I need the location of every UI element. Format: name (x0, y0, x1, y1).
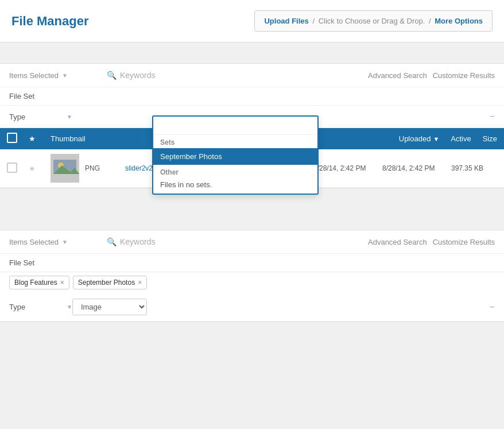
row-thumbnail (51, 154, 79, 183)
tag-sep-label: September Photos (78, 279, 135, 287)
type-label-1: Type (9, 113, 67, 121)
th-star: ★ (29, 134, 45, 143)
type-chevron-2[interactable]: ▼ (67, 304, 72, 310)
advanced-search-1[interactable]: Advanced Search (368, 71, 427, 80)
sep2: / (429, 17, 431, 25)
customize-results-1[interactable]: Customize Results (433, 71, 495, 80)
items-selected-label-2: Items Selected (9, 238, 59, 246)
tag-september-photos: September Photos × (73, 276, 147, 289)
fileset-row-2: File Set (0, 254, 504, 272)
th-active: Active (445, 134, 471, 143)
dropdown-item-september[interactable]: September Photos (153, 148, 317, 165)
fileset-row-1: File Set (0, 87, 504, 106)
tag-blog-remove[interactable]: × (60, 279, 64, 287)
filter-row-2: Items Selected ▼ 🔍 Keywords Advanced Sea… (0, 230, 504, 254)
keywords-label-1[interactable]: Keywords (120, 71, 155, 80)
page-title: File Manager (11, 14, 88, 29)
type-minus-1[interactable]: − (490, 111, 495, 122)
row-type: PNG (85, 164, 119, 172)
items-selected-1[interactable]: Items Selected ▼ (9, 71, 101, 80)
dropdown-other-label: Other (153, 165, 317, 178)
section-2: Items Selected ▼ 🔍 Keywords Advanced Sea… (0, 230, 504, 322)
search-icon-1: 🔍 (107, 71, 117, 80)
row-checkbox[interactable] (7, 163, 23, 175)
row-uploaded: 8/28/14, 2:42 PM (313, 164, 377, 172)
type-label-2: Type (9, 303, 67, 311)
type-row-2: Type ▼ Image PDF Video Audio Other − (0, 293, 504, 322)
items-selected-chevron-1: ▼ (62, 72, 68, 79)
tags-row: Blog Features × September Photos × (0, 272, 504, 293)
dropdown-sets-label: Sets (153, 135, 317, 148)
keywords-label-2[interactable]: Keywords (120, 237, 155, 246)
items-selected-label-1: Items Selected (9, 71, 59, 80)
items-selected-chevron-2: ▼ (62, 239, 68, 245)
th-checkbox[interactable] (7, 133, 23, 145)
sep1: / (312, 17, 315, 25)
customize-results-2[interactable]: Customize Results (433, 238, 495, 246)
tag-sep-remove[interactable]: × (138, 279, 142, 287)
search-wrap-2: 🔍 Keywords (107, 237, 362, 246)
row-star[interactable]: ★ (29, 164, 45, 173)
upload-files-link[interactable]: Upload Files (264, 17, 308, 25)
row-active: 8/28/14, 2:42 PM (382, 164, 445, 172)
tag-blog-features: Blog Features × (9, 276, 69, 289)
row-size: 397.35 KB (451, 164, 497, 172)
search-icon-2: 🔍 (107, 237, 117, 246)
search-wrap-1: 🔍 Keywords (107, 71, 362, 80)
type-select[interactable]: Image PDF Video Audio Other (72, 299, 147, 315)
type-minus-2[interactable]: − (490, 302, 495, 312)
more-options-link[interactable]: More Options (435, 17, 483, 25)
items-selected-2[interactable]: Items Selected ▼ (9, 238, 101, 246)
header: File Manager Upload Files / Click to Cho… (0, 0, 504, 42)
filter-row-1: Items Selected ▼ 🔍 Keywords Advanced Sea… (0, 64, 504, 87)
th-size: Size (477, 134, 497, 143)
fileset-dropdown[interactable]: Sets September Photos Other Files in no … (152, 115, 319, 195)
dropdown-search-input[interactable] (153, 117, 317, 135)
th-uploaded[interactable]: Uploaded ▼ (399, 134, 440, 143)
fileset-label-1: File Set (9, 92, 34, 101)
tag-blog-label: Blog Features (14, 279, 57, 287)
upload-bar: Upload Files / Click to Choose or Drag &… (254, 10, 493, 32)
upload-drag-text: Click to Choose or Drag & Drop. (319, 17, 425, 25)
section-1: Items Selected ▼ 🔍 Keywords Advanced Sea… (0, 63, 504, 188)
dropdown-other-item[interactable]: Files in no sets. (153, 178, 317, 194)
advanced-search-2[interactable]: Advanced Search (368, 238, 427, 246)
type-chevron-1[interactable]: ▼ (67, 114, 72, 120)
fileset-label-2: File Set (9, 258, 34, 267)
